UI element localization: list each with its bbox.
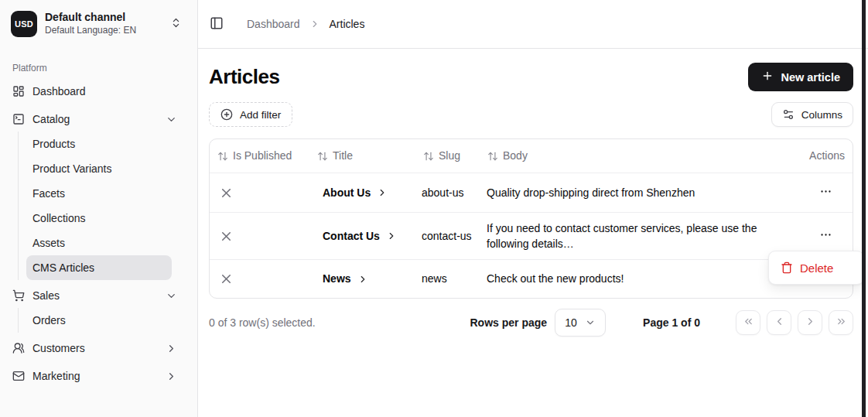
column-header-body[interactable]: Body — [480, 139, 774, 173]
main-area: Dashboard Articles Articles New article — [198, 0, 868, 417]
first-page-button[interactable] — [736, 310, 760, 335]
chevrons-right-icon — [836, 316, 847, 330]
new-article-label: New article — [781, 71, 840, 84]
sidebar-item-facets[interactable]: Facets — [26, 181, 172, 206]
articles-table: Is Published Title Slug — [209, 138, 853, 299]
sidebar-item-label: Customers — [32, 342, 85, 354]
channel-badge: USD — [11, 11, 37, 37]
sidebar-item-product-variants[interactable]: Product Variants — [26, 156, 172, 181]
rows-per-page-label: Rows per page — [470, 316, 547, 329]
rows-per-page-select[interactable]: 10 — [555, 309, 606, 337]
chevron-left-icon — [774, 316, 785, 330]
last-page-button[interactable] — [829, 310, 853, 335]
article-body: Check out the new products! — [480, 260, 774, 298]
sub-item-label: Collections — [32, 212, 85, 224]
x-icon — [219, 186, 234, 200]
article-title: About Us — [323, 185, 371, 200]
shopping-cart-icon — [12, 289, 25, 302]
article-title-link[interactable]: News — [309, 260, 415, 298]
chevron-right-icon — [166, 343, 177, 354]
app-window: USD Default channel Default Language: EN… — [0, 0, 868, 417]
is-published-cell — [210, 260, 309, 298]
circle-plus-icon — [220, 108, 233, 121]
arrow-up-down-icon — [423, 151, 434, 162]
chevrons-up-down-icon — [170, 17, 182, 32]
next-page-button[interactable] — [798, 310, 822, 335]
chevron-right-icon — [357, 274, 368, 285]
article-slug: contact-us — [415, 213, 480, 259]
article-title: News — [323, 271, 351, 286]
column-header-label: Title — [333, 149, 353, 163]
table-row[interactable]: News news Check out the new products! — [210, 259, 853, 298]
add-filter-label: Add filter — [240, 109, 281, 121]
chevron-right-icon — [805, 316, 816, 330]
chevron-down-icon — [166, 114, 177, 125]
previous-page-button[interactable] — [767, 310, 791, 335]
is-published-cell — [210, 213, 309, 259]
sidebar-item-catalog[interactable]: Catalog — [6, 107, 191, 132]
add-filter-button[interactable]: Add filter — [209, 102, 292, 127]
columns-label: Columns — [801, 109, 842, 121]
arrow-up-down-icon — [217, 151, 228, 162]
column-header-title[interactable]: Title — [309, 139, 415, 173]
sliders-icon — [782, 108, 795, 121]
rows-per-page-value: 10 — [565, 316, 577, 329]
selection-status: 0 of 3 row(s) selected. — [209, 316, 316, 329]
table-row[interactable]: About Us about-us Quality drop-shipping … — [210, 173, 853, 212]
sidebar-item-cms-articles[interactable]: CMS Articles — [26, 255, 172, 280]
sidebar-item-sales[interactable]: Sales — [6, 283, 191, 308]
row-actions-button[interactable] — [816, 225, 836, 247]
sidebar-nav: Dashboard Catalog Products Product Varia… — [6, 79, 191, 388]
sidebar-item-assets[interactable]: Assets — [26, 231, 172, 255]
row-actions-button[interactable] — [816, 182, 836, 203]
page-info: Page 1 of 0 — [643, 316, 700, 329]
column-header-is-published[interactable]: Is Published — [210, 139, 309, 173]
arrow-up-down-icon — [317, 151, 328, 162]
chevron-right-icon — [309, 19, 320, 29]
plus-icon — [761, 70, 774, 84]
layout-dashboard-icon — [12, 85, 25, 97]
sidebar-item-orders[interactable]: Orders — [26, 308, 172, 333]
article-body: If you need to contact customer services… — [480, 213, 774, 259]
chevron-right-icon — [166, 371, 177, 382]
panel-left-icon — [210, 16, 224, 32]
article-title-link[interactable]: About Us — [309, 173, 415, 212]
sidebar-item-collections[interactable]: Collections — [26, 206, 172, 231]
article-title-link[interactable]: Contact Us — [309, 213, 415, 259]
new-article-button[interactable]: New article — [748, 63, 853, 91]
sidebar-item-dashboard[interactable]: Dashboard — [6, 79, 191, 104]
sidebar-item-products[interactable]: Products — [26, 132, 172, 156]
column-header-slug[interactable]: Slug — [415, 139, 480, 173]
sidebar-section-label: Platform — [6, 63, 191, 73]
breadcrumb-articles: Articles — [330, 18, 365, 30]
chevron-right-icon — [377, 187, 388, 198]
column-header-actions: Actions — [774, 139, 853, 173]
sidebar-item-label: Sales — [32, 289, 60, 302]
sub-item-label: CMS Articles — [32, 261, 94, 274]
breadcrumb-dashboard[interactable]: Dashboard — [247, 18, 300, 30]
page-title: Articles — [209, 65, 279, 89]
sidebar-toggle-button[interactable] — [210, 16, 224, 32]
vertical-scrollbar[interactable] — [862, 0, 866, 417]
table-row[interactable]: Contact Us contact-us If you need to con… — [210, 212, 853, 259]
sidebar-item-customers[interactable]: Customers — [6, 336, 191, 361]
channel-switcher[interactable]: USD Default channel Default Language: EN — [6, 9, 191, 39]
arrow-up-down-icon — [487, 151, 498, 162]
article-slug: about-us — [415, 173, 480, 212]
columns-button[interactable]: Columns — [771, 102, 853, 127]
chevron-down-icon — [585, 317, 596, 328]
sidebar-item-label: Dashboard — [32, 85, 86, 97]
chevrons-left-icon — [743, 316, 754, 330]
channel-name: Default channel — [45, 11, 162, 25]
sidebar-item-label: Catalog — [32, 113, 70, 125]
delete-menu-item[interactable]: Delete — [781, 261, 833, 275]
table-header-row: Is Published Title Slug — [210, 139, 853, 173]
x-icon — [219, 272, 234, 286]
chevron-right-icon — [386, 231, 397, 241]
mail-icon — [12, 370, 25, 382]
table-footer: 0 of 3 row(s) selected. Rows per page 10… — [209, 309, 853, 337]
sidebar-item-marketing[interactable]: Marketing — [6, 364, 191, 388]
article-slug: news — [415, 260, 480, 298]
column-header-label: Actions — [809, 149, 845, 163]
sidebar-item-label: Marketing — [32, 370, 80, 382]
